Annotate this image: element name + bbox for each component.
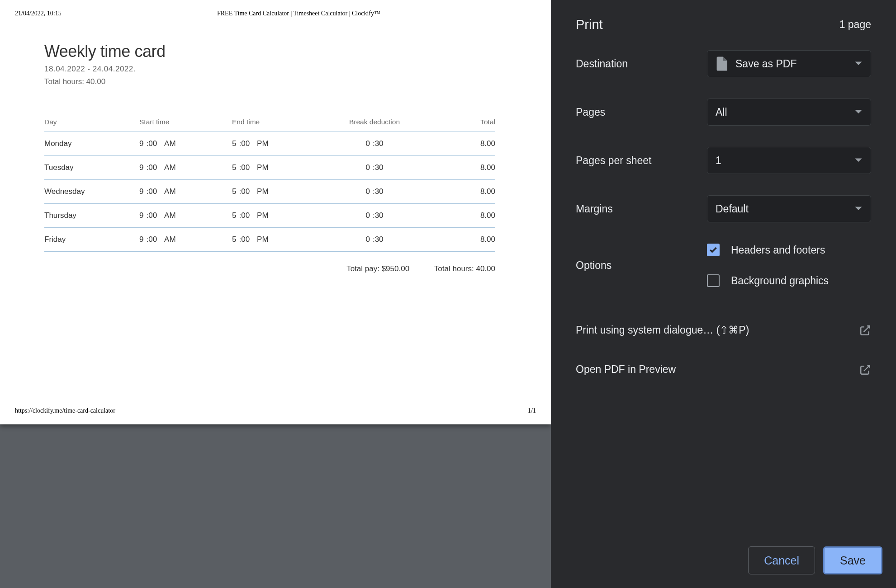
end-time-cell: 5:00PM — [232, 156, 322, 180]
destination-select[interactable]: Save as PDF — [707, 50, 871, 77]
header-timestamp: 21/04/2022, 10:15 — [15, 10, 62, 17]
system-dialog-link[interactable]: Print using system dialogue… (⇧⌘P) — [576, 317, 871, 343]
break-cell: 0:30 — [322, 204, 427, 228]
break-cell: 0:30 — [322, 156, 427, 180]
footer-url: https://clockify.me/time-card-calculator — [15, 407, 115, 414]
destination-label: Destination — [576, 58, 707, 70]
start-time-cell: 9:00AM — [139, 180, 232, 204]
table-row: Tuesday9:00AM5:00PM0:308.00 — [44, 156, 495, 180]
table-row: Wednesday9:00AM5:00PM0:308.00 — [44, 180, 495, 204]
destination-value: Save as PDF — [735, 58, 797, 70]
date-range: 18.04.2022 - 24.04.2022. — [44, 65, 495, 74]
day-cell: Monday — [44, 132, 139, 156]
total-cell: 8.00 — [427, 204, 495, 228]
summary-row: Total pay: $950.00 Total hours: 40.00 — [44, 264, 495, 273]
total-hours-summary: Total hours: 40.00 — [44, 77, 495, 86]
col-day-header: Day — [44, 118, 139, 132]
total-hours: Total hours: 40.00 — [434, 264, 495, 273]
col-break-header: Break deduction — [322, 118, 427, 132]
end-time-cell: 5:00PM — [232, 180, 322, 204]
total-cell: 8.00 — [427, 156, 495, 180]
file-icon — [716, 56, 727, 71]
pages-value: All — [716, 106, 727, 118]
end-time-cell: 5:00PM — [232, 204, 322, 228]
background-graphics-label: Background graphics — [731, 275, 829, 287]
table-row: Friday9:00AM5:00PM0:308.00 — [44, 228, 495, 252]
day-cell: Thursday — [44, 204, 139, 228]
col-start-header: Start time — [139, 118, 232, 132]
end-time-cell: 5:00PM — [232, 228, 322, 252]
margins-value: Default — [716, 203, 749, 215]
open-pdf-preview-text: Open PDF in Preview — [576, 363, 676, 376]
start-time-cell: 9:00AM — [139, 156, 232, 180]
pages-select[interactable]: All — [707, 99, 871, 126]
start-time-cell: 9:00AM — [139, 204, 232, 228]
external-link-icon — [859, 364, 871, 376]
external-link-icon — [859, 325, 871, 336]
pages-per-sheet-value: 1 — [716, 155, 721, 167]
preview-page: 21/04/2022, 10:15 FREE Time Card Calcula… — [0, 0, 551, 424]
break-cell: 0:30 — [322, 180, 427, 204]
headers-footers-checkbox[interactable] — [707, 244, 720, 256]
cancel-button[interactable]: Cancel — [748, 546, 815, 574]
start-time-cell: 9:00AM — [139, 132, 232, 156]
col-end-header: End time — [232, 118, 322, 132]
chevron-down-icon — [854, 158, 863, 163]
total-pay: Total pay: $950.00 — [346, 264, 409, 273]
day-cell: Tuesday — [44, 156, 139, 180]
start-time-cell: 9:00AM — [139, 228, 232, 252]
margins-label: Margins — [576, 203, 707, 215]
page-count: 1 page — [839, 19, 871, 31]
chevron-down-icon — [854, 109, 863, 115]
day-cell: Friday — [44, 228, 139, 252]
total-cell: 8.00 — [427, 228, 495, 252]
options-label: Options — [576, 259, 707, 272]
col-total-header: Total — [427, 118, 495, 132]
margins-select[interactable]: Default — [707, 195, 871, 222]
day-cell: Wednesday — [44, 180, 139, 204]
sidebar-title: Print — [576, 17, 603, 32]
system-dialog-text: Print using system dialogue… (⇧⌘P) — [576, 324, 749, 336]
print-sidebar: Print 1 page Destination Save as PDF Pag… — [551, 0, 896, 588]
page-title: Weekly time card — [44, 42, 495, 61]
end-time-cell: 5:00PM — [232, 132, 322, 156]
open-pdf-preview-link[interactable]: Open PDF in Preview — [576, 357, 871, 382]
pages-label: Pages — [576, 106, 707, 118]
print-preview-area: 21/04/2022, 10:15 FREE Time Card Calcula… — [0, 0, 551, 588]
headers-footers-label: Headers and footers — [731, 244, 825, 256]
table-row: Monday9:00AM5:00PM0:308.00 — [44, 132, 495, 156]
background-graphics-checkbox[interactable] — [707, 274, 720, 287]
save-button[interactable]: Save — [823, 546, 882, 574]
pages-per-sheet-label: Pages per sheet — [576, 155, 707, 167]
chevron-down-icon — [854, 206, 863, 212]
pages-per-sheet-select[interactable]: 1 — [707, 147, 871, 174]
footer-page-number: 1/1 — [528, 407, 536, 414]
break-cell: 0:30 — [322, 228, 427, 252]
timecard-table: Day Start time End time Break deduction … — [44, 118, 495, 252]
chevron-down-icon — [854, 61, 863, 66]
total-cell: 8.00 — [427, 132, 495, 156]
break-cell: 0:30 — [322, 132, 427, 156]
total-cell: 8.00 — [427, 180, 495, 204]
header-doc-title: FREE Time Card Calculator | Timesheet Ca… — [217, 10, 380, 17]
table-row: Thursday9:00AM5:00PM0:308.00 — [44, 204, 495, 228]
